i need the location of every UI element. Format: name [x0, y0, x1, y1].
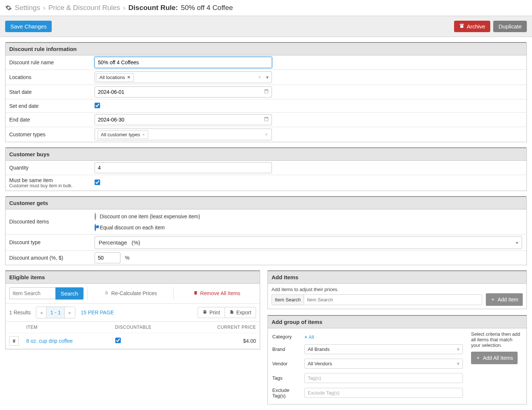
- label-locations: Locations: [6, 72, 92, 82]
- pager-prev[interactable]: ◂: [36, 307, 47, 318]
- customer-types-select[interactable]: All customer types × ×: [95, 129, 272, 140]
- chevron-right-icon: ›: [123, 4, 125, 12]
- same-item-checkbox[interactable]: [95, 180, 100, 185]
- brand-value: All Brands: [308, 346, 330, 352]
- pager-next[interactable]: ▸: [65, 307, 75, 318]
- col-item: ITEM: [23, 322, 112, 333]
- trash-icon: [193, 290, 198, 296]
- exclude-tags-input[interactable]: [304, 388, 463, 398]
- add-item-button[interactable]: ＋ Add Item: [486, 293, 523, 306]
- add-item-search: Item Search: [272, 294, 482, 305]
- breadcrumb-rules[interactable]: Price & Discount Rules: [48, 4, 120, 12]
- label-start-date: Start date: [6, 87, 92, 97]
- radio-each-item-label: Equal discount on each item: [100, 225, 165, 230]
- export-icon: [229, 310, 234, 315]
- quantity-input[interactable]: [95, 162, 272, 173]
- pager-current[interactable]: 1 - 1: [47, 307, 65, 318]
- section-header-add-group: Add group of items: [268, 316, 526, 328]
- label-same-item-sub: Customer must buy item in bulk.: [9, 183, 89, 188]
- add-all-items-button[interactable]: ＋ Add All Items: [471, 352, 518, 364]
- col-discountable: DISCOUNTABLE: [112, 322, 184, 333]
- discountable-checkbox[interactable]: [115, 338, 121, 343]
- print-button[interactable]: Print: [198, 307, 225, 318]
- archive-label: Archive: [467, 23, 485, 30]
- section-add-group: Add group of items Category + All: [267, 315, 527, 404]
- eligible-search-button[interactable]: Search: [55, 287, 83, 300]
- label-discount-type: Discount type: [6, 237, 92, 247]
- rule-name-input[interactable]: [95, 57, 272, 68]
- chevron-down-icon[interactable]: ▾: [266, 74, 269, 80]
- set-end-date-checkbox[interactable]: [95, 103, 100, 108]
- add-items-help: Add items to adjust their prices.: [272, 287, 482, 292]
- eligible-item-search-input[interactable]: [9, 287, 55, 299]
- save-changes-button[interactable]: Save Changes: [5, 21, 52, 32]
- item-search-label: Item Search: [272, 295, 304, 305]
- clear-icon[interactable]: ×: [265, 131, 268, 137]
- location-tag: All locations ✕: [96, 73, 134, 82]
- end-date-input[interactable]: [95, 114, 272, 125]
- item-link[interactable]: 8 oz. cup drip coffee: [26, 338, 73, 344]
- vendor-value: All Vendors: [308, 361, 332, 366]
- chevron-right-icon: ›: [43, 4, 45, 12]
- chevron-down-icon: ▾: [516, 240, 518, 246]
- remove-tag-icon[interactable]: ✕: [127, 75, 130, 80]
- discount-type-select[interactable]: Percentage (%): [95, 236, 522, 249]
- section-rule-info: Discount rule information Discount rule …: [5, 42, 527, 142]
- radio-one-item[interactable]: [95, 213, 96, 220]
- export-button[interactable]: Export: [225, 307, 256, 318]
- breadcrumb-current-prefix: Discount Rule:: [129, 4, 178, 12]
- recalculate-prices-button[interactable]: Re-Calculate Prices: [87, 287, 174, 300]
- section-header-add-items: Add Items: [268, 271, 526, 284]
- label-set-end-date: Set end date: [6, 101, 92, 111]
- radio-one-item-label: Discount on one item (least expensive it…: [100, 213, 200, 219]
- add-item-label: Add Item: [498, 297, 518, 303]
- vendor-select[interactable]: All Vendors▾: [304, 359, 463, 369]
- discount-amount-input[interactable]: [95, 252, 120, 263]
- item-price: $4.00: [184, 333, 260, 349]
- customer-type-tag: All customer types ×: [98, 130, 148, 139]
- duplicate-button[interactable]: Duplicate: [493, 21, 527, 32]
- add-all-label: Add All Items: [483, 355, 513, 361]
- breadcrumb: Settings › Price & Discount Rules › Disc…: [0, 0, 532, 16]
- chevron-down-icon: ▾: [457, 346, 460, 352]
- refresh-icon: [104, 290, 109, 297]
- brand-select[interactable]: All Brands▾: [304, 344, 463, 354]
- locations-select[interactable]: All locations ✕ × ▾: [95, 71, 272, 83]
- label-tags: Tags: [272, 371, 304, 385]
- label-same-item-text: Must be same item: [9, 177, 53, 183]
- section-add-items: Add Items Add items to adjust their pric…: [267, 270, 527, 309]
- label-discount-amount: Discount amount (%, $): [6, 253, 92, 263]
- category-all-text: All: [309, 334, 314, 340]
- export-label: Export: [236, 310, 251, 315]
- category-all-link[interactable]: + All: [304, 334, 314, 340]
- remove-all-items-button[interactable]: Remove All Items: [173, 287, 260, 300]
- archive-button[interactable]: Archive: [454, 21, 490, 32]
- col-current-price: CURRENT PRICE: [184, 322, 260, 333]
- tags-input[interactable]: [304, 373, 463, 383]
- per-page-select[interactable]: 15 PER PAGE: [81, 310, 114, 315]
- section-customer-buys: Customer buys Quantity Must be same item…: [5, 147, 527, 191]
- delete-row-button[interactable]: [9, 336, 19, 346]
- calendar-icon[interactable]: [264, 116, 269, 123]
- clear-icon[interactable]: ×: [258, 74, 261, 80]
- table-row: 8 oz. cup drip coffee $4.00: [6, 333, 260, 349]
- gear-icon: [5, 4, 12, 11]
- remove-tag-icon[interactable]: ×: [142, 132, 144, 137]
- section-header-eligible: Eligible items: [6, 271, 260, 284]
- plus-icon: +: [304, 334, 307, 340]
- label-quantity: Quantity: [6, 163, 92, 173]
- customer-type-tag-text: All customer types: [101, 132, 140, 137]
- radio-each-item[interactable]: [95, 224, 96, 231]
- section-header-gets: Customer gets: [6, 197, 526, 209]
- group-hint-text: Select criteria then add all items that …: [471, 331, 523, 348]
- action-toolbar: Save Changes Archive Duplicate: [0, 16, 532, 37]
- label-end-date: End date: [6, 115, 92, 125]
- label-rule-name: Discount rule name: [6, 57, 92, 68]
- add-item-search-input[interactable]: [304, 295, 482, 305]
- breadcrumb-settings[interactable]: Settings: [15, 4, 40, 12]
- plus-icon: ＋: [490, 296, 495, 303]
- remove-all-label: Remove All Items: [200, 290, 241, 296]
- start-date-input[interactable]: [95, 86, 272, 98]
- plus-icon: ＋: [475, 355, 481, 361]
- calendar-icon[interactable]: [264, 89, 269, 95]
